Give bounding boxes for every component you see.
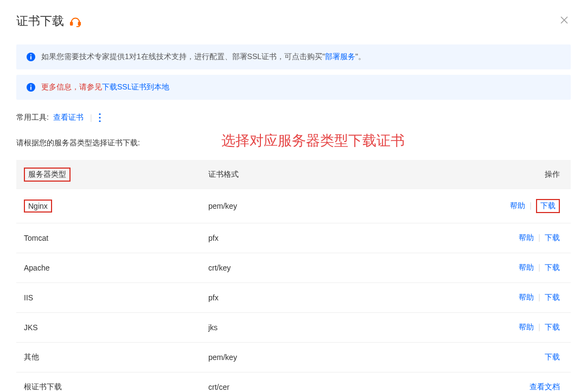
download-link[interactable]: 下载 xyxy=(545,323,560,331)
help-link[interactable]: 帮助 xyxy=(519,293,534,301)
svg-rect-8 xyxy=(30,87,31,90)
help-link[interactable]: 帮助 xyxy=(519,323,534,331)
close-icon[interactable] xyxy=(558,14,571,29)
download-link[interactable]: 下载 xyxy=(545,263,560,272)
table-row: Apachecrt/key帮助|下载 xyxy=(16,253,571,283)
cell-server-type: Nginx xyxy=(16,189,201,223)
cell-server-type: JKS xyxy=(16,313,201,343)
table-header-row: 服务器类型 证书格式 操作 xyxy=(16,160,571,189)
cell-action: 帮助|下载 xyxy=(484,253,571,283)
cell-action: 下载 xyxy=(484,343,571,372)
headset-icon[interactable] xyxy=(69,15,81,27)
help-link[interactable]: 帮助 xyxy=(510,201,525,210)
svg-point-10 xyxy=(99,113,100,115)
cell-cert-format: pem/key xyxy=(201,343,484,372)
cell-cert-format: pfx xyxy=(201,283,484,313)
svg-point-12 xyxy=(99,120,100,122)
cell-action: 帮助|下载 xyxy=(484,223,571,253)
deploy-service-link[interactable]: 部署服务 xyxy=(325,52,355,61)
info-icon xyxy=(26,52,36,62)
cell-server-type: 其他 xyxy=(16,343,201,372)
download-link[interactable]: 下载 xyxy=(545,293,560,301)
instruction-text: 请根据您的服务器类型选择证书下载: xyxy=(16,138,140,148)
download-link[interactable]: 下载 xyxy=(536,199,560,213)
info-box-deploy: 如果您需要技术专家提供1对1在线技术支持，进行配置、部署SSL证书，可点击购买"… xyxy=(16,44,571,69)
download-link[interactable]: 下载 xyxy=(545,233,560,242)
table-row: IISpfx帮助|下载 xyxy=(16,283,571,313)
server-type-table: 服务器类型 证书格式 操作 Nginxpem/key帮助|下载Tomcatpfx… xyxy=(16,160,571,392)
svg-rect-1 xyxy=(79,22,81,25)
cell-action: 帮助|下载 xyxy=(484,283,571,313)
th-action: 操作 xyxy=(484,160,571,189)
cell-server-type: Tomcat xyxy=(16,223,201,253)
svg-point-11 xyxy=(99,117,100,118)
table-row: Nginxpem/key帮助|下载 xyxy=(16,189,571,223)
cell-cert-format: pem/key xyxy=(201,189,484,223)
info-icon xyxy=(26,82,36,92)
svg-point-6 xyxy=(30,54,31,55)
page-title: 证书下载 xyxy=(16,13,64,29)
cell-cert-format: crt/key xyxy=(201,253,484,283)
view-doc-link[interactable]: 查看文档 xyxy=(529,382,560,391)
cell-cert-format: crt/cer xyxy=(201,372,484,393)
cell-action: 帮助|下载 xyxy=(484,313,571,343)
info-box-moreinfo: 更多信息，请参见下载SSL证书到本地 xyxy=(16,75,571,100)
cell-server-type: IIS xyxy=(16,283,201,313)
cell-cert-format: pfx xyxy=(201,223,484,253)
info-text: 如果您需要技术专家提供1对1在线技术支持，进行配置、部署SSL证书，可点击购买"… xyxy=(41,52,366,62)
view-cert-link[interactable]: 查看证书 xyxy=(53,113,84,123)
more-vertical-icon[interactable] xyxy=(99,113,101,123)
cert-download-modal: 证书下载 如果您需要技术专家提供1对1在线技术支持，进行配置、部署SSL证书，可… xyxy=(0,0,587,392)
svg-rect-5 xyxy=(30,56,31,60)
header-left: 证书下载 xyxy=(16,13,81,29)
table-row: 根证书下载crt/cer查看文档 xyxy=(16,372,571,393)
section-row: 请根据您的服务器类型选择证书下载: 选择对应服务器类型下载证书 xyxy=(16,131,571,150)
th-server-type: 服务器类型 xyxy=(16,160,201,189)
modal-header: 证书下载 xyxy=(16,13,571,29)
tools-label: 常用工具: xyxy=(16,113,49,123)
cell-cert-format: jks xyxy=(201,313,484,343)
svg-rect-0 xyxy=(71,22,73,25)
divider: | xyxy=(90,113,92,122)
cell-server-type: Apache xyxy=(16,253,201,283)
th-cert-format: 证书格式 xyxy=(201,160,484,189)
table-row: Tomcatpfx帮助|下载 xyxy=(16,223,571,253)
cell-action: 查看文档 xyxy=(484,372,571,393)
download-link[interactable]: 下载 xyxy=(545,352,560,361)
table-row: 其他pem/key下载 xyxy=(16,343,571,372)
annotation-text: 选择对应服务器类型下载证书 xyxy=(221,131,405,150)
cell-server-type: 根证书下载 xyxy=(16,372,201,393)
info-text: 更多信息，请参见下载SSL证书到本地 xyxy=(41,82,169,92)
help-link[interactable]: 帮助 xyxy=(519,233,534,242)
cell-action: 帮助|下载 xyxy=(484,189,571,223)
download-ssl-local-link[interactable]: 下载SSL证书到本地 xyxy=(102,82,169,91)
svg-point-9 xyxy=(30,85,31,86)
tools-row: 常用工具: 查看证书 | xyxy=(16,113,571,123)
help-link[interactable]: 帮助 xyxy=(519,263,534,272)
table-row: JKSjks帮助|下载 xyxy=(16,313,571,343)
